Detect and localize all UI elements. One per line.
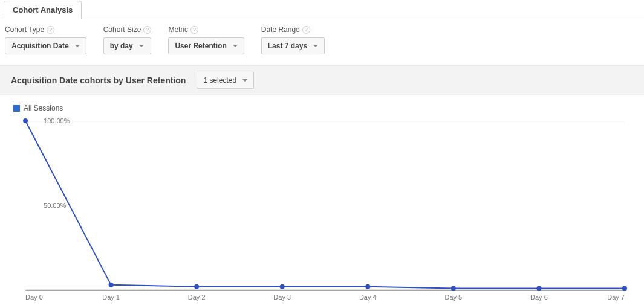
- label-text: Metric: [168, 25, 188, 34]
- chart-legend: All Sessions: [0, 95, 644, 112]
- dropdown-metric[interactable]: User Retention: [168, 37, 244, 54]
- dropdown-cohort-size[interactable]: by day: [103, 37, 152, 54]
- svg-text:Day 7: Day 7: [607, 294, 625, 301]
- help-icon[interactable]: ?: [190, 26, 198, 34]
- label-text: Cohort Size: [103, 25, 141, 34]
- chart-area: 50.00%100.00%Day 0Day 1Day 2Day 3Day 4Da…: [0, 112, 644, 305]
- svg-text:Day 6: Day 6: [530, 294, 548, 301]
- controls-row: Cohort Type ? Acquisition Date Cohort Si…: [0, 19, 644, 65]
- label-text: Date Range: [261, 25, 300, 34]
- retention-line-chart: 50.00%100.00%Day 0Day 1Day 2Day 3Day 4Da…: [13, 117, 631, 304]
- label-text: Cohort Type: [5, 25, 44, 34]
- chevron-down-icon: [139, 45, 144, 47]
- svg-text:100.00%: 100.00%: [44, 117, 70, 124]
- chart-title: Acquisition Date cohorts by User Retenti…: [11, 75, 186, 85]
- tab-label: Cohort Analysis: [13, 5, 73, 14]
- chevron-down-icon: [233, 45, 238, 47]
- label-date-range: Date Range ?: [261, 25, 325, 34]
- svg-point-10: [536, 286, 541, 291]
- chart-header-bar: Acquisition Date cohorts by User Retenti…: [0, 65, 644, 95]
- control-cohort-size: Cohort Size ? by day: [103, 25, 152, 54]
- help-icon[interactable]: ?: [302, 26, 310, 34]
- dropdown-date-range[interactable]: Last 7 days: [261, 37, 325, 54]
- label-cohort-size: Cohort Size ?: [103, 25, 152, 34]
- chevron-down-icon: [313, 45, 318, 47]
- label-metric: Metric ?: [168, 25, 244, 34]
- dropdown-value: User Retention: [175, 42, 226, 50]
- svg-text:50.00%: 50.00%: [44, 202, 67, 209]
- dropdown-cohort-type[interactable]: Acquisition Date: [5, 37, 86, 54]
- help-icon[interactable]: ?: [143, 26, 151, 34]
- dropdown-value: 1 selected: [203, 76, 236, 85]
- chevron-down-icon: [75, 45, 80, 47]
- dropdown-series-selector[interactable]: 1 selected: [197, 72, 254, 89]
- svg-point-6: [194, 284, 199, 289]
- svg-text:Day 1: Day 1: [102, 294, 120, 301]
- svg-point-7: [280, 284, 285, 289]
- svg-point-5: [109, 283, 114, 287]
- svg-text:Day 2: Day 2: [188, 294, 206, 301]
- svg-text:Day 4: Day 4: [359, 294, 377, 301]
- legend-swatch: [13, 105, 20, 112]
- dropdown-value: Acquisition Date: [11, 42, 69, 50]
- tab-cohort-analysis[interactable]: Cohort Analysis: [4, 1, 82, 19]
- control-date-range: Date Range ? Last 7 days: [261, 25, 325, 54]
- svg-text:Day 0: Day 0: [25, 294, 43, 301]
- svg-point-4: [23, 118, 28, 123]
- control-metric: Metric ? User Retention: [168, 25, 244, 54]
- help-icon[interactable]: ?: [47, 26, 54, 34]
- dropdown-value: Last 7 days: [268, 42, 307, 50]
- control-cohort-type: Cohort Type ? Acquisition Date: [5, 25, 86, 54]
- svg-point-11: [622, 286, 627, 291]
- label-cohort-type: Cohort Type ?: [5, 25, 86, 34]
- dropdown-value: by day: [110, 42, 133, 50]
- legend-label: All Sessions: [24, 104, 63, 112]
- svg-text:Day 5: Day 5: [444, 294, 462, 301]
- svg-point-8: [365, 284, 370, 289]
- svg-point-9: [451, 286, 456, 291]
- chevron-down-icon: [242, 79, 247, 82]
- svg-text:Day 3: Day 3: [273, 294, 291, 301]
